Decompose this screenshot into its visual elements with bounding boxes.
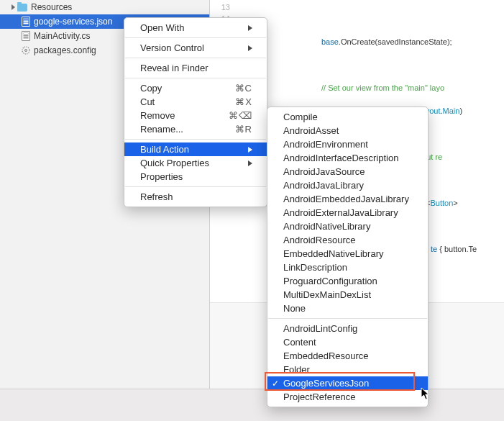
menu-label: Refresh [140, 191, 173, 202]
menu-label: AndroidEmbeddedJavaLibrary [283, 194, 409, 204]
context-menu: Open With Version Control Reveal in Find… [124, 17, 267, 207]
menu-open-with[interactable]: Open With [124, 21, 267, 35]
folder-icon [17, 4, 27, 12]
menu-label: Content [283, 337, 316, 348]
submenu-proguardconfiguration[interactable]: ProguardConfiguration [267, 274, 428, 288]
submenu-androidinterfacedescription[interactable]: AndroidInterfaceDescription [267, 151, 428, 165]
submenu-linkdescription[interactable]: LinkDescription [267, 261, 428, 274]
submenu-androidresource[interactable]: AndroidResource [267, 233, 428, 247]
menu-label: MultiDexMainDexList [283, 289, 371, 300]
menu-label: Rename... [140, 124, 183, 135]
menu-label: ProguardConfiguration [283, 276, 377, 286]
gear-icon [22, 46, 30, 55]
submenu-projectreference[interactable]: ProjectReference [267, 390, 428, 404]
submenu-androidjavalibrary[interactable]: AndroidJavaLibrary [267, 178, 428, 192]
shortcut: ⌘R [235, 124, 252, 135]
menu-label: AndroidAsset [283, 125, 339, 136]
menu-label: Version Control [140, 42, 204, 53]
chevron-right-icon [248, 160, 252, 166]
submenu-folder[interactable]: Folder [267, 363, 428, 376]
menu-label: Open With [140, 22, 184, 33]
separator [125, 58, 266, 58]
menu-copy[interactable]: Copy ⌘C [124, 81, 267, 95]
file-icon [22, 31, 30, 41]
separator [125, 78, 266, 78]
menu-label: AndroidExternalJavaLibrary [283, 207, 398, 218]
submenu-embeddednativelibrary[interactable]: EmbeddedNativeLibrary [267, 247, 428, 261]
menu-version-control[interactable]: Version Control [124, 41, 267, 55]
separator [125, 186, 266, 187]
menu-label: EmbeddedResource [283, 350, 369, 361]
separator [125, 139, 266, 140]
menu-label: Compile [283, 112, 318, 122]
menu-label: Properties [140, 171, 183, 182]
tree-label: packages.config [34, 45, 96, 55]
menu-label: AndroidInterfaceDescription [283, 153, 398, 163]
menu-label: AndroidJavaSource [283, 166, 365, 177]
menu-remove[interactable]: Remove ⌘⌫ [124, 109, 267, 122]
tree-folder-resources[interactable]: Resources [0, 0, 209, 14]
submenu-googleservicesjson[interactable]: ✓ GoogleServicesJson [267, 376, 428, 390]
menu-label: Copy [140, 83, 162, 94]
menu-reveal-finder[interactable]: Reveal in Finder [124, 61, 267, 75]
submenu-androidjavasource[interactable]: AndroidJavaSource [267, 165, 428, 178]
menu-label: Quick Properties [140, 158, 209, 168]
submenu-androidenvironment[interactable]: AndroidEnvironment [267, 137, 428, 151]
menu-label: Remove [140, 110, 175, 121]
menu-label: AndroidResource [283, 235, 355, 245]
check-icon: ✓ [272, 379, 279, 389]
build-action-submenu: CompileAndroidAssetAndroidEnvironmentAnd… [267, 107, 429, 407]
submenu-embeddedresource[interactable]: EmbeddedResource [267, 349, 428, 363]
submenu-androidnativelibrary[interactable]: AndroidNativeLibrary [267, 219, 428, 233]
menu-refresh[interactable]: Refresh [124, 190, 267, 204]
submenu-compile[interactable]: Compile [267, 110, 428, 124]
shortcut: ⌘C [235, 83, 252, 94]
menu-label: Build Action [140, 144, 189, 155]
shortcut: ⌘X [235, 96, 252, 107]
menu-label: ProjectReference [283, 391, 355, 402]
tree-label: google-services.json [34, 17, 112, 27]
menu-cut[interactable]: Cut ⌘X [124, 95, 267, 109]
separator [125, 37, 266, 38]
menu-label: None [283, 303, 306, 314]
menu-quick-properties[interactable]: Quick Properties [124, 156, 267, 170]
submenu-content[interactable]: Content [267, 335, 428, 349]
menu-label: AndroidJavaLibrary [283, 180, 364, 191]
tree-label: Resources [31, 2, 72, 12]
chevron-right-icon [248, 147, 252, 153]
menu-rename[interactable]: Rename... ⌘R [124, 122, 267, 136]
submenu-androidasset[interactable]: AndroidAsset [267, 124, 428, 137]
submenu-androidlintconfig[interactable]: AndroidLintConfig [267, 322, 428, 335]
menu-label: AndroidEnvironment [283, 139, 368, 150]
menu-properties[interactable]: Properties [124, 170, 267, 184]
menu-label: Folder [283, 364, 310, 375]
menu-label: Cut [140, 96, 155, 107]
shortcut: ⌘⌫ [229, 110, 252, 121]
submenu-androidembeddedjavalibrary[interactable]: AndroidEmbeddedJavaLibrary [267, 192, 428, 206]
separator [268, 318, 427, 319]
menu-label: GoogleServicesJson [283, 378, 369, 389]
submenu-androidexternaljavalibrary[interactable]: AndroidExternalJavaLibrary [267, 206, 428, 219]
submenu-multidexmaindexlist[interactable]: MultiDexMainDexList [267, 288, 428, 302]
menu-label: AndroidNativeLibrary [283, 221, 370, 232]
svg-point-0 [22, 47, 29, 54]
menu-build-action[interactable]: Build Action [124, 142, 267, 156]
svg-point-1 [25, 50, 27, 52]
submenu-none[interactable]: None [267, 302, 428, 315]
tree-label: MainActivity.cs [34, 31, 90, 41]
cursor-icon [421, 387, 431, 403]
menu-label: AndroidLintConfig [283, 323, 357, 334]
menu-label: Reveal in Finder [140, 63, 209, 73]
menu-label: LinkDescription [283, 262, 347, 273]
menu-label: EmbeddedNativeLibrary [283, 248, 383, 259]
chevron-right-icon [248, 45, 252, 51]
chevron-right-icon [248, 25, 252, 31]
file-icon [22, 17, 30, 27]
chevron-right-icon [12, 4, 15, 10]
